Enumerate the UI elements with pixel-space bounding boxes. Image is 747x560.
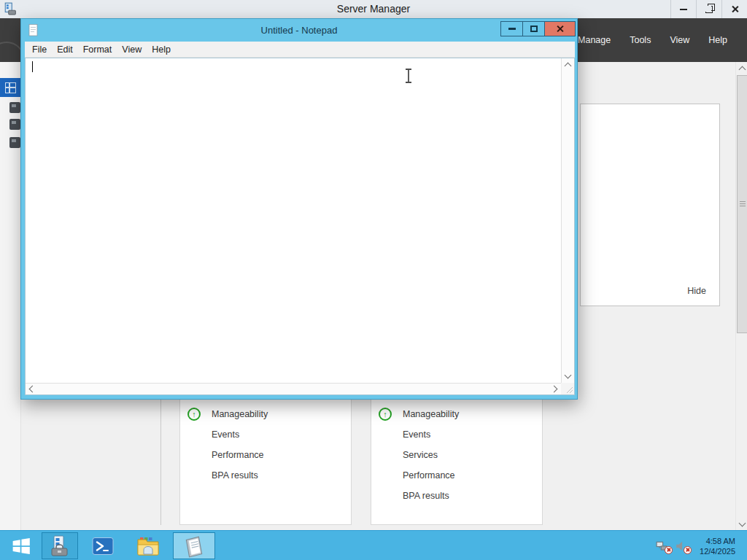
tile-row: ↑ Manageability: [180, 404, 351, 424]
chevron-up-icon: [738, 66, 746, 73]
tile-row: Events: [371, 424, 542, 445]
scroll-down-button[interactable]: [562, 370, 573, 382]
tile-link-bpa-results[interactable]: BPA results: [212, 470, 258, 481]
column-divider: [160, 397, 161, 525]
tile-link-events[interactable]: Events: [212, 429, 239, 440]
status-up-icon: ↑: [379, 408, 392, 421]
taskbar-server-manager-button[interactable]: [42, 532, 78, 559]
volume-status-icon[interactable]: [675, 540, 689, 553]
sidebar-item-local-server[interactable]: [9, 102, 20, 113]
sidebar-item-file-storage[interactable]: [9, 137, 20, 148]
ibeam-cursor: [403, 68, 414, 84]
chevron-down-icon: [738, 519, 746, 526]
tile-row: Performance: [371, 465, 542, 486]
scroll-right-button[interactable]: [549, 384, 561, 395]
error-badge-icon: [665, 546, 673, 554]
menu-view[interactable]: View: [117, 44, 147, 55]
minimize-button[interactable]: [670, 0, 696, 18]
file-explorer-icon: [136, 536, 160, 556]
close-button[interactable]: [721, 0, 747, 18]
server-manager-taskbar-icon: [48, 535, 71, 557]
menu-format[interactable]: Format: [78, 44, 117, 55]
minimize-button[interactable]: [500, 21, 522, 36]
window-title: Server Manager: [0, 0, 747, 18]
scroll-down-button[interactable]: [736, 518, 747, 530]
notepad-titlebar[interactable]: Untitled - Notepad: [21, 19, 577, 42]
scroll-up-button[interactable]: [562, 59, 573, 71]
status-up-icon: ↑: [187, 408, 201, 421]
chevron-down-icon: [564, 372, 571, 379]
scroll-up-button[interactable]: [736, 62, 747, 74]
restore-icon: [705, 6, 713, 13]
notepad-menubar: File Edit Format View Help: [25, 42, 575, 58]
taskbar-notepad-button[interactable]: [173, 532, 215, 559]
error-badge-icon: [684, 546, 692, 554]
tile-link-events[interactable]: Events: [403, 429, 430, 440]
taskbar: 4:58 AM 12/4/2025: [0, 530, 747, 560]
restore-button[interactable]: [696, 0, 721, 18]
hide-button[interactable]: Hide: [687, 286, 706, 296]
text-editor-area[interactable]: [26, 58, 561, 383]
chevron-left-icon: [29, 386, 36, 393]
status-tile-1: ↑ Manageability Events Performance BPA r…: [179, 397, 352, 525]
tile-row: ↑ Manageability: [371, 404, 542, 424]
welcome-panel: Hide: [580, 104, 720, 306]
server-manager-sidebar: [0, 62, 21, 530]
text-caret: [32, 61, 33, 72]
menu-help[interactable]: Help: [147, 44, 176, 55]
icon-spacer: [379, 489, 392, 502]
server-manager-titlebar[interactable]: Server Manager: [0, 0, 747, 19]
icon-spacer: [379, 448, 392, 462]
tile-link-manageability[interactable]: Manageability: [212, 409, 268, 419]
tile-link-manageability[interactable]: Manageability: [403, 409, 459, 419]
taskbar-file-explorer-button[interactable]: [131, 532, 165, 559]
tile-row: Services: [371, 445, 542, 465]
notepad-client-area: [25, 58, 575, 395]
icon-spacer: [379, 428, 392, 441]
window-controls: [500, 21, 576, 36]
tile-link-performance[interactable]: Performance: [212, 450, 264, 460]
windows-logo-icon: [11, 536, 31, 556]
thumb-grip-icon: [740, 201, 746, 207]
desktop: Server Manager Manage Tools View Help: [0, 0, 747, 560]
maximize-button[interactable]: [522, 21, 545, 36]
menu-edit[interactable]: Edit: [52, 44, 78, 55]
tile-row: Events: [180, 424, 351, 445]
menu-tools[interactable]: Tools: [620, 35, 660, 45]
tile-link-bpa-results[interactable]: BPA results: [403, 491, 449, 501]
vertical-scrollbar[interactable]: [561, 58, 574, 383]
clock-date: 12/4/2025: [700, 546, 735, 556]
close-icon: [556, 25, 564, 33]
taskbar-clock[interactable]: 4:58 AM 12/4/2025: [700, 536, 735, 556]
scroll-left-button[interactable]: [26, 384, 37, 395]
chevron-right-icon: [551, 386, 558, 393]
tile-link-performance[interactable]: Performance: [403, 470, 455, 481]
scrollbar-thumb[interactable]: [737, 75, 747, 333]
minimize-icon: [680, 9, 687, 10]
start-button[interactable]: [0, 531, 42, 560]
sidebar-item-dashboard[interactable]: [0, 78, 20, 97]
menu-view[interactable]: View: [660, 35, 699, 45]
server-manager-menubar: Manage Tools View Help: [568, 18, 737, 62]
window-title: Untitled - Notepad: [21, 19, 577, 42]
server-manager-icon: [4, 2, 17, 15]
tile-link-services[interactable]: Services: [403, 450, 438, 460]
minimize-icon: [508, 28, 516, 30]
horizontal-scrollbar[interactable]: [26, 383, 561, 394]
notepad-taskbar-icon: [183, 534, 205, 558]
taskbar-powershell-button[interactable]: [86, 532, 120, 559]
close-icon: [731, 5, 739, 13]
server-manager-scrollbar[interactable]: [735, 62, 747, 530]
menu-file[interactable]: File: [27, 44, 52, 55]
window-controls: [670, 0, 747, 18]
menu-help[interactable]: Help: [699, 35, 737, 45]
maximize-icon: [530, 26, 538, 32]
icon-spacer: [187, 469, 201, 482]
close-button[interactable]: [545, 21, 576, 36]
sidebar-item-all-servers[interactable]: [9, 119, 20, 130]
resize-grip[interactable]: [561, 383, 574, 394]
status-tile-2: ↑ Manageability Events Services Performa…: [371, 397, 543, 525]
system-tray: 4:58 AM 12/4/2025: [656, 531, 747, 560]
tile-row: BPA results: [180, 465, 351, 486]
network-status-icon[interactable]: [656, 540, 670, 553]
